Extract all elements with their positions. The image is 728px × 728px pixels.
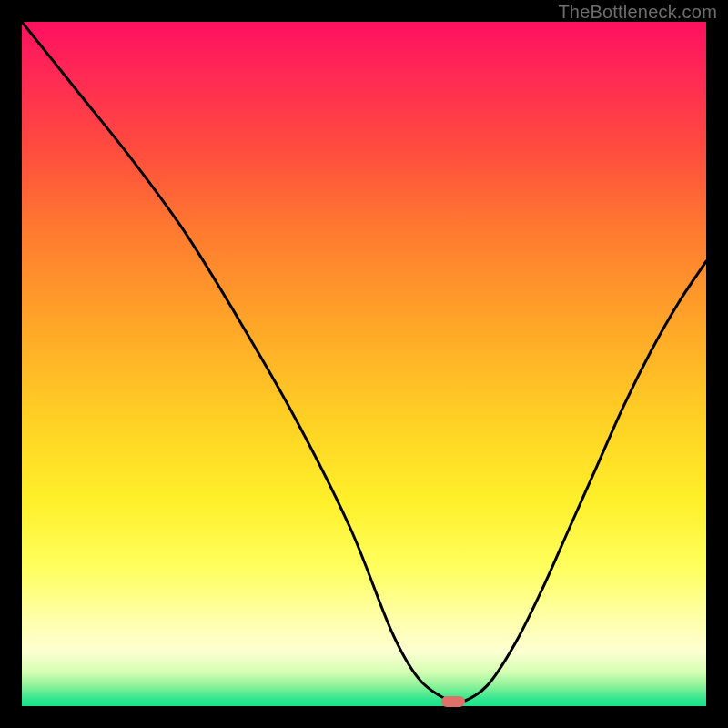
watermark-text: TheBottleneck.com bbox=[558, 2, 717, 23]
chart-frame bbox=[22, 22, 706, 706]
chart-gradient-background bbox=[22, 22, 706, 706]
optimal-point-marker bbox=[441, 696, 465, 707]
